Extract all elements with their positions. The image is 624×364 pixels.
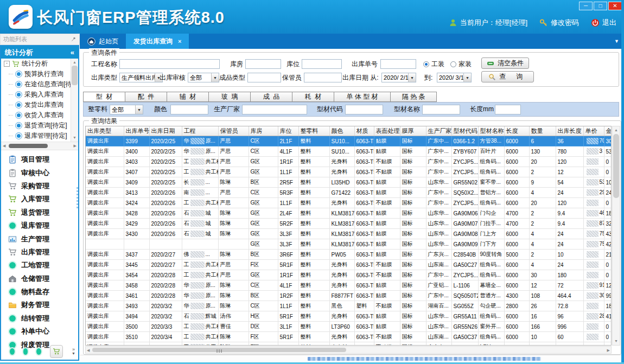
table-row[interactable]: 调拨出库35122020/3/4工共工程陈琳F区1L2F整料光身料6063-T5… [86,342,612,346]
date-to-select[interactable]: 2020/ 3/16▼ [437,73,472,82]
manufacturer-input[interactable] [242,105,307,114]
scroll-right-icon[interactable]: ▶ [607,347,610,354]
table-row[interactable]: 调拨出库34002020/2/25华原...严思C区4L1F整料SU10...6… [86,146,612,157]
date-from-select[interactable]: 2020/ 2/16▼ [381,73,416,82]
scrollbar-thumb[interactable] [72,66,78,85]
tab-overflow-icon[interactable]: ▼ [614,39,619,44]
sidebar-menu-item[interactable]: 结转管理 [1,312,78,325]
product-type-input[interactable] [247,73,281,82]
scroll-up-icon[interactable]: ▲ [71,59,78,66]
scroll-down-icon[interactable]: ▼ [613,338,620,344]
table-row[interactable]: 调拨出库34542020/2/28工共工程严思G区1R1F整料光身料6063-T… [86,270,612,280]
scrollbar-thumb[interactable] [9,144,48,148]
cart-shortcut-button[interactable] [50,345,63,358]
column-header[interactable]: 数量 [529,126,556,136]
tree-vertical-scrollbar[interactable]: ▲ ▼ [71,59,78,142]
tree-horizontal-scrollbar[interactable]: ◀ ▶ [1,142,78,150]
clear-conditions-button[interactable]: 清空条件 [481,58,529,69]
project-name-input[interactable] [119,59,220,69]
scrollbar-thumb[interactable] [92,348,346,352]
maximize-button[interactable]: □ [594,2,607,10]
sidebar-menu-item[interactable]: 出库管理 [1,246,78,259]
more-modules-button[interactable]: »▼ [72,347,75,356]
column-header[interactable]: 库房 [249,126,278,136]
keeper-input[interactable] [304,73,342,82]
table-row[interactable]: 调拨出库34292020/2/26石城陈琳G区5R2F整料KLM38176063… [86,219,612,229]
column-header[interactable]: 保管员 [218,126,249,136]
column-header[interactable]: 生产厂家 [426,126,451,136]
table-row[interactable]: 调拨出库34282020/2/26石城陈琳G区2L4F整料KLM38176063… [86,208,612,219]
column-header[interactable]: 出库日期 [149,126,182,136]
table-row[interactable]: 调拨出库34242020/2/26工共工程严思G区1L1F整料光身料6063-T… [86,198,612,208]
tab-home[interactable]: 起始页 [80,34,126,49]
table-row[interactable]: 调拨出库34072020/2/25工共工程严思G区1L1F整料光身料6063-T… [86,167,612,177]
sidebar-menu-item[interactable]: 采购管理 [1,180,78,193]
radio-home[interactable]: 家装 [450,59,472,69]
collapse-icon[interactable]: « [71,48,74,56]
table-row[interactable]: 调拨出库34932020/3/2华原...陈琳C区1L1F整料黑色塑料不贴膜国标… [86,301,612,311]
module-circle-icon[interactable] [23,348,28,355]
tree-expander-icon[interactable]: - [4,61,10,67]
material-tab[interactable]: 隔 热 条 [390,92,437,102]
table-row[interactable]: 调拨出库34132020/2/26南...严思C区5R3F整料G71422606… [86,188,612,198]
module-circle-icon[interactable] [10,348,15,355]
warehouse-input[interactable] [245,59,281,69]
material-tab[interactable]: 型 材 [83,92,125,102]
profile-name-input[interactable] [422,105,460,114]
sidebar-menu-item[interactable]: 项目管理 [1,153,78,166]
table-row[interactable]: 调拨出库35002020/3/3工共工程曹佳D区3L1F整料LT3P606063… [86,322,612,332]
table-row[interactable]: 调拨出库34582020/2/28华原...陈琳C区4L1F整料光身料6063-… [86,280,612,291]
table-row[interactable]: 调拨出库35102020/3/4工共工程陈琳F区5R1F整料光身料6063-T5… [86,332,612,342]
tree-item[interactable]: 在途信息查询[待 [1,79,78,90]
profile-code-input[interactable] [345,105,383,114]
grid-horizontal-scrollbar[interactable]: ◀ ▶ [85,346,612,354]
material-tab[interactable]: 单 体 型 材 [334,92,390,102]
column-header[interactable]: 型材名称 [478,126,504,136]
column-header[interactable]: 出库单号 [124,126,149,136]
section-header[interactable]: 统计分析 « [1,46,78,59]
table-row[interactable]: 调拨出库34612020/2/28华原...陈琳B区1R2F整料F8877FT6… [86,291,612,301]
table-row[interactable]: 调拨出库33992020/2/25华原...严思C区2L1F整料SU10...6… [86,136,612,146]
sidebar-menu-item[interactable]: 工地管理 [1,259,78,272]
column-header[interactable]: 整零料 [298,126,329,136]
sidebar-menu-item[interactable]: 退货管理 [1,206,78,219]
module-circle-icon[interactable] [36,348,41,355]
sidebar-menu-item[interactable]: 生产管理 [1,232,78,245]
column-header[interactable]: 表面处理 [374,126,400,136]
material-tab[interactable]: 配 件 [125,92,167,102]
scrollbar-thumb[interactable] [613,134,619,198]
scroll-up-icon[interactable]: ▲ [613,127,620,133]
whole-part-select[interactable]: 全部▼ [110,105,143,114]
tree-item[interactable]: 收货入库查询 [1,110,78,120]
radio-industrial[interactable]: 工装 [423,59,444,69]
scroll-right-icon[interactable]: ▶ [74,142,77,150]
tree-item[interactable]: 发货出库查询 [1,100,78,110]
location-input[interactable] [302,59,342,69]
minimize-button[interactable]: ─ [579,2,593,10]
search-button[interactable]: 查 询 [481,71,534,82]
sidebar-menu-item[interactable]: 仓储管理 [1,272,78,285]
scroll-left-icon[interactable]: ◀ [87,347,90,354]
column-header[interactable]: 出库类型 [86,126,124,136]
scroll-left-icon[interactable]: ◀ [3,142,5,150]
material-tab[interactable]: 辅 材 [167,92,208,102]
tree-item[interactable]: 退库管理[待定] [1,131,78,141]
column-header[interactable]: 型材代码 [451,126,478,136]
sidebar-menu-item[interactable]: 入库管理 [1,193,78,206]
material-tab[interactable]: 成 品 [250,92,292,102]
material-tab[interactable]: 玻 璃 [208,92,250,102]
sidebar-menu-item[interactable]: 补单中心 [1,325,78,338]
table-row[interactable]: 调拨出库34372020/2/27佛...陈琳B区3R6F整料PW056063-… [86,250,612,260]
column-header[interactable]: 金额 [604,126,612,136]
sidebar-splitter-grip[interactable] [77,187,78,210]
radio-selected-icon[interactable] [423,61,429,67]
color-input[interactable] [170,105,208,114]
table-row[interactable]: G区3L3F整料KLM38176063-T5贴膜国标山东华...GA90M09.… [86,239,612,250]
tree-item[interactable]: 退货查询[待定] [1,120,78,131]
material-tab[interactable]: 耗 材 [292,92,334,102]
order-no-input[interactable] [380,59,416,69]
table-row[interactable]: 调拨出库34032020/2/25工共工程严思G区1R1F整料光身料6063-T… [86,157,612,167]
pin-icon[interactable] [71,36,77,42]
length-input[interactable] [495,105,521,114]
table-row[interactable]: 调拨出库34302020/2/26石城陈琳G区3L3F整料KLM38176063… [86,229,612,239]
